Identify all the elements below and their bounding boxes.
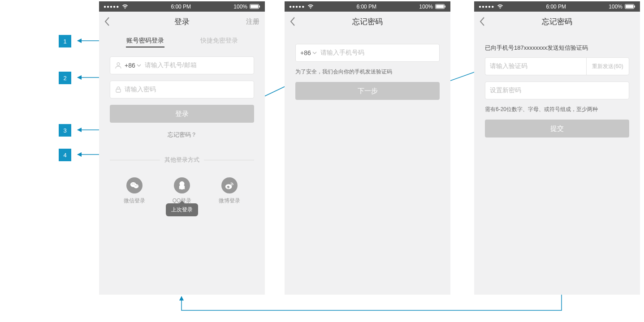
code-input[interactable]: 请输入验证码	[485, 57, 586, 75]
annotation-1: 1	[59, 35, 71, 47]
annotation-4: 4	[59, 149, 71, 161]
register-link[interactable]: 注册	[246, 17, 259, 26]
svg-point-20	[183, 188, 185, 189]
status-time: 6:00 PM	[356, 4, 376, 10]
svg-point-15	[135, 185, 136, 186]
back-icon[interactable]	[290, 17, 295, 26]
phone-placeholder: 请输入手机号码	[320, 49, 435, 57]
svg-rect-8	[259, 5, 260, 8]
svg-rect-28	[626, 5, 633, 8]
phone-forgot-step1: ●●●●● 6:00 PM 100% 忘记密码 +86 请输入手机号码 为了安全…	[285, 1, 450, 295]
svg-rect-29	[634, 5, 635, 8]
phone-input[interactable]: +86 请输入手机号/邮箱	[110, 56, 254, 74]
svg-rect-10	[116, 89, 121, 92]
svg-rect-25	[436, 5, 444, 8]
nav-title: 登录	[99, 17, 265, 27]
phone-placeholder: 请输入手机号/邮箱	[145, 61, 249, 69]
wechat-icon	[126, 177, 143, 193]
svg-rect-26	[445, 5, 445, 8]
signal-dots-icon: ●●●●●	[104, 4, 119, 9]
submit-button[interactable]: 提交	[485, 120, 629, 137]
annotation-2: 2	[59, 72, 71, 84]
back-icon[interactable]	[104, 17, 110, 26]
signal-dots-icon: ●●●●●	[479, 4, 494, 9]
sms-sent-text: 已向手机号187xxxxxxxx发送短信验证码	[485, 44, 629, 52]
tab-password-login[interactable]: 账号密码登录	[108, 37, 182, 47]
security-hint: 为了安全，我们会向你的手机发送验证码	[295, 68, 440, 76]
signal-dots-icon: ●●●●●	[289, 4, 305, 9]
nav-bar: 忘记密码	[285, 12, 450, 31]
resend-button[interactable]: 重新发送(60)	[586, 57, 629, 75]
weibo-icon	[221, 177, 238, 193]
battery-icon	[250, 4, 260, 9]
wifi-icon	[122, 4, 128, 9]
nav-title: 忘记密码	[285, 17, 450, 27]
wifi-icon	[307, 4, 314, 9]
svg-point-9	[117, 63, 120, 65]
next-button[interactable]: 下一步	[295, 82, 440, 100]
svg-point-14	[134, 184, 134, 185]
status-bar: ●●●●● 6:00 PM 100%	[285, 1, 450, 12]
password-placeholder: 设置新密码	[490, 86, 624, 94]
battery-icon	[435, 4, 446, 9]
back-icon[interactable]	[480, 17, 485, 26]
qq-icon	[174, 177, 190, 193]
status-time: 6:00 PM	[171, 4, 191, 10]
svg-point-22	[227, 186, 230, 189]
svg-point-16	[136, 185, 137, 186]
new-password-input[interactable]: 设置新密码	[485, 82, 629, 99]
password-input[interactable]: 请输入密码	[110, 81, 254, 99]
status-time: 6:00 PM	[546, 4, 566, 10]
nav-bar: 登录 注册	[99, 12, 265, 31]
lock-icon	[115, 86, 122, 93]
svg-rect-7	[251, 5, 258, 8]
status-bar: ●●●●● 6:00 PM 100%	[99, 1, 265, 12]
svg-point-12	[134, 184, 138, 188]
phone-login: ●●●●● 6:00 PM 100% 登录 注册 账号密码登录 快捷免密登录	[99, 1, 265, 295]
qq-login[interactable]: QQ登录 上次登录	[173, 177, 192, 205]
forgot-password-link[interactable]: 忘记密码？	[110, 131, 254, 139]
login-button[interactable]: 登录	[110, 105, 254, 123]
password-rule: 需有6-20位数字、字母、或符号组成，至少两种	[485, 106, 629, 113]
code-placeholder: 请输入验证码	[490, 62, 582, 70]
battery-text: 100%	[233, 4, 247, 10]
nav-bar: 忘记密码	[474, 12, 640, 31]
user-icon	[115, 62, 122, 69]
wechat-login[interactable]: 微信登录	[124, 177, 145, 205]
status-bar: ●●●●● 6:00 PM 100%	[474, 1, 640, 12]
battery-text: 100%	[419, 4, 433, 10]
nav-title: 忘记密码	[474, 17, 640, 27]
svg-point-13	[132, 184, 133, 185]
tab-sms-login[interactable]: 快捷免密登录	[182, 37, 256, 47]
country-code-select[interactable]: +86	[125, 62, 141, 69]
svg-point-23	[228, 187, 229, 188]
battery-icon	[625, 4, 635, 9]
phone-forgot-step2: ●●●●● 6:00 PM 100% 忘记密码 已向手机号187xxxxxxxx…	[474, 1, 640, 295]
last-login-tooltip: 上次登录	[166, 203, 198, 216]
country-code-select[interactable]: +86	[300, 49, 317, 56]
weibo-login[interactable]: 微博登录	[219, 177, 240, 205]
svg-point-19	[179, 188, 181, 189]
login-tabs: 账号密码登录 快捷免密登录	[99, 31, 265, 47]
password-placeholder: 请输入密码	[125, 86, 249, 94]
other-login-divider: 其他登录方式	[110, 156, 254, 164]
wifi-icon	[497, 4, 503, 9]
battery-text: 100%	[609, 4, 622, 10]
annotation-3: 3	[59, 124, 71, 137]
phone-input[interactable]: +86 请输入手机号码	[295, 44, 440, 62]
